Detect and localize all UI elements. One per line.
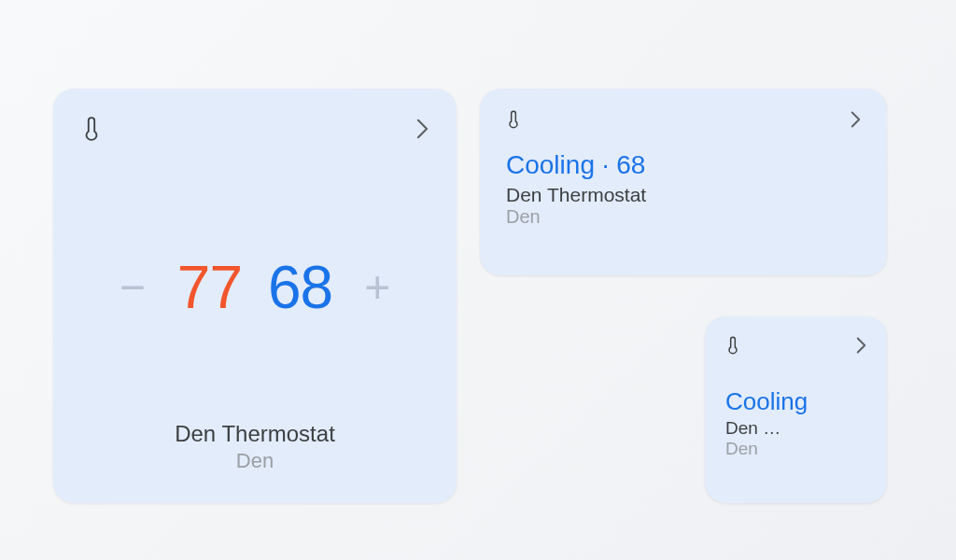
cool-setpoint: 68 xyxy=(268,253,332,322)
card-header xyxy=(725,335,866,359)
thermostat-card-large[interactable]: − 77 68 + Den Thermostat Den xyxy=(53,89,457,503)
device-name: Den … xyxy=(725,418,866,439)
chevron-right-icon[interactable] xyxy=(851,111,861,132)
card-header xyxy=(81,115,429,147)
device-name: Den Thermostat xyxy=(81,421,429,447)
increase-temp-button[interactable]: + xyxy=(358,265,396,310)
thermostat-card-medium[interactable]: Cooling · 68 Den Thermostat Den xyxy=(480,89,887,275)
thermometer-icon xyxy=(725,335,740,359)
thermometer-icon xyxy=(81,115,102,147)
card-header xyxy=(506,109,861,133)
heat-setpoint: 77 xyxy=(177,253,242,322)
card-footer: Den Thermostat Den xyxy=(81,421,429,481)
device-room: Den xyxy=(506,206,861,228)
device-name: Den Thermostat xyxy=(506,184,861,206)
thermostat-card-small[interactable]: Cooling Den … Den xyxy=(705,316,887,503)
device-room: Den xyxy=(725,439,866,459)
device-room: Den xyxy=(81,449,429,473)
status-text: Cooling xyxy=(725,387,866,416)
chevron-right-icon[interactable] xyxy=(416,119,429,143)
temperature-controls: − 77 68 + xyxy=(81,154,429,421)
status-text: Cooling · 68 xyxy=(506,150,861,180)
decrease-temp-button[interactable]: − xyxy=(114,265,151,310)
chevron-right-icon[interactable] xyxy=(856,337,866,357)
thermometer-icon xyxy=(506,109,521,133)
